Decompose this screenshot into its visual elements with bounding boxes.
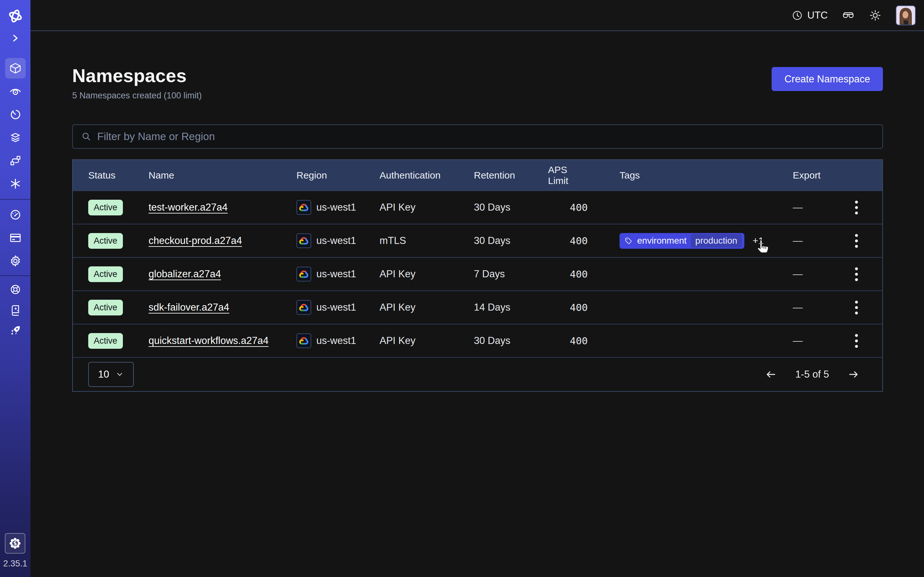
- row-menu-button[interactable]: [853, 232, 860, 250]
- dollar-badge-icon: $: [8, 536, 22, 550]
- next-page-button[interactable]: [847, 368, 860, 381]
- sidebar-divider: [0, 276, 31, 276]
- gcp-region-icon: [296, 234, 311, 248]
- column-region: Region: [296, 170, 380, 181]
- temporal-logo[interactable]: [0, 5, 31, 27]
- auth-method: API Key: [380, 201, 474, 213]
- column-authentication: Authentication: [380, 170, 474, 181]
- row-menu-button[interactable]: [853, 299, 860, 316]
- sun-icon: [869, 9, 882, 22]
- column-tags: Tags: [588, 170, 761, 181]
- status-badge: Active: [88, 333, 123, 349]
- retention-value: 7 Days: [474, 268, 548, 280]
- region-label: us-west1: [317, 301, 356, 313]
- export-value: —: [793, 268, 803, 280]
- sidebar-item-batch[interactable]: [0, 172, 31, 195]
- create-namespace-button[interactable]: Create Namespace: [772, 67, 883, 91]
- column-status: Status: [88, 170, 149, 181]
- credit-card-icon: [9, 231, 22, 245]
- row-menu-button[interactable]: [853, 199, 860, 216]
- sidebar-bottom: $ 2.35.1: [3, 533, 27, 577]
- eye-swirl-icon: [9, 85, 22, 98]
- user-avatar[interactable]: [896, 5, 916, 25]
- retention-value: 30 Days: [474, 235, 548, 247]
- table-footer: 10 1-5 of 5: [73, 357, 882, 391]
- tags-cell: environment production +1: [588, 233, 761, 249]
- table-row: Active sdk-failover.a27a4 us-west1 API K…: [73, 290, 882, 324]
- sidebar-item-settings[interactable]: [0, 250, 31, 272]
- namespace-link[interactable]: globalizer.a27a4: [149, 268, 221, 279]
- timer-icon: [9, 108, 22, 121]
- retention-value: 30 Days: [474, 335, 548, 347]
- book-sparkles-icon: [9, 303, 22, 316]
- pricing-button[interactable]: $: [5, 533, 25, 554]
- search-icon: [81, 131, 92, 142]
- main-content: Namespaces 5 Namespaces created (100 lim…: [31, 32, 924, 577]
- sidebar-item-getting-started[interactable]: [0, 320, 31, 341]
- tag-value: production: [691, 234, 742, 247]
- gauge-icon: [9, 208, 22, 221]
- namespaces-table: Status Name Region Authentication Retent…: [72, 159, 883, 392]
- status-badge: Active: [88, 300, 123, 316]
- export-value: —: [793, 235, 803, 247]
- row-menu-button[interactable]: [853, 332, 860, 350]
- status-badge: Active: [88, 200, 123, 215]
- tag-icon: [624, 237, 633, 245]
- gcp-region-icon: [296, 267, 311, 282]
- filter-bar: [72, 124, 883, 149]
- sidebar-expand-button[interactable]: [0, 27, 31, 49]
- sidebar-item-docs[interactable]: [0, 300, 31, 320]
- namespace-link[interactable]: test-worker.a27a4: [149, 201, 228, 213]
- tag-badge[interactable]: environment production: [620, 233, 744, 249]
- timezone-label: UTC: [807, 10, 828, 21]
- namespace-link[interactable]: checkout-prod.a27a4: [149, 235, 242, 246]
- gear-icon: [9, 254, 22, 268]
- sidebar-item-usage[interactable]: [0, 203, 31, 226]
- filter-input[interactable]: [97, 131, 875, 143]
- previous-page-button[interactable]: [764, 368, 777, 381]
- table-row: Active checkout-prod.a27a4 us-west1 mTLS…: [73, 224, 882, 257]
- sidebar-item-schedules[interactable]: [0, 103, 31, 126]
- page-size-select[interactable]: 10: [88, 362, 134, 387]
- sidebar-item-support[interactable]: [0, 279, 31, 300]
- region-label: us-west1: [317, 201, 356, 213]
- life-ring-icon: [9, 283, 22, 296]
- region-label: us-west1: [317, 268, 356, 280]
- glasses-icon: [842, 9, 855, 22]
- pagination-range: 1-5 of 5: [795, 369, 829, 380]
- asterisk-icon: [9, 177, 22, 190]
- rocket-icon: [9, 324, 22, 337]
- sidebar-item-deployments[interactable]: [0, 126, 31, 149]
- gcp-region-icon: [296, 300, 311, 315]
- auth-method: API Key: [380, 301, 474, 313]
- page-title: Namespaces: [72, 65, 202, 86]
- retention-value: 14 Days: [474, 301, 548, 313]
- workflow-branch-icon: [9, 154, 22, 167]
- status-badge: Active: [88, 266, 123, 282]
- column-name: Name: [149, 170, 296, 181]
- row-menu-button[interactable]: [853, 266, 860, 283]
- sidebar-item-namespaces[interactable]: [0, 57, 31, 80]
- app-version: 2.35.1: [3, 559, 27, 569]
- aps-limit-value: 400: [570, 268, 588, 280]
- theme-toggle[interactable]: [869, 9, 882, 22]
- sidebar-item-billing[interactable]: [0, 226, 31, 250]
- status-badge: Active: [88, 233, 123, 249]
- namespace-link[interactable]: sdk-failover.a27a4: [149, 301, 229, 313]
- aps-limit-value: 400: [570, 201, 588, 213]
- namespace-link[interactable]: quickstart-workflows.a27a4: [149, 335, 268, 346]
- labs-toggle[interactable]: [842, 9, 855, 22]
- sidebar-item-nexus[interactable]: [0, 149, 31, 172]
- timezone-selector[interactable]: UTC: [792, 10, 828, 21]
- region-label: us-west1: [317, 235, 356, 247]
- cube-icon: [9, 61, 22, 75]
- column-aps-limit: APS Limit: [548, 164, 588, 186]
- export-value: —: [793, 301, 803, 313]
- export-value: —: [793, 335, 803, 347]
- column-retention: Retention: [474, 170, 548, 181]
- sidebar-item-observability[interactable]: [0, 80, 31, 103]
- auth-method: API Key: [380, 268, 474, 280]
- tag-key: environment: [637, 235, 687, 246]
- layers-icon: [9, 131, 22, 144]
- auth-method: API Key: [380, 335, 474, 347]
